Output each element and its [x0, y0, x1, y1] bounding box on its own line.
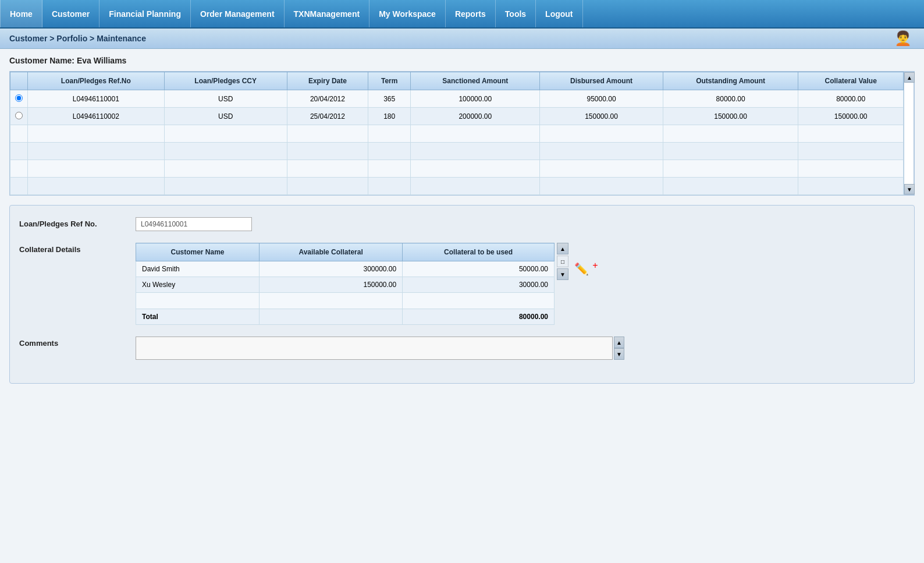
- col-expiry: Expiry Date: [287, 72, 368, 90]
- comments-scroll-down-btn[interactable]: ▼: [614, 348, 624, 360]
- coll-row2-to-use: 30000.00: [403, 277, 555, 293]
- avatar-icon: 🧑‍🦱: [894, 30, 912, 47]
- comments-scrollbar: ▲ ▼: [614, 337, 624, 360]
- collateral-scrollbar: ▲ □ ▼: [557, 243, 568, 280]
- row2-ccy: USD: [164, 108, 287, 125]
- col-collateral: Collateral Value: [798, 72, 904, 90]
- table-row: [10, 125, 904, 143]
- coll-row-empty: [136, 293, 555, 309]
- row2-outstanding: 150000.00: [663, 108, 798, 125]
- main-content: Customer Name: Eva Williams Loan/Pledges…: [0, 49, 924, 563]
- nav-txn-management[interactable]: TXNManagement: [285, 0, 370, 27]
- coll-col-name: Customer Name: [136, 243, 260, 261]
- col-ccy: Loan/Pledges CCY: [164, 72, 287, 90]
- nav-financial-planning[interactable]: Financial Planning: [99, 0, 191, 27]
- nav-order-management[interactable]: Order Management: [191, 0, 285, 27]
- comments-scroll-up-btn[interactable]: ▲: [614, 337, 624, 348]
- coll-scroll-mid-btn[interactable]: □: [557, 256, 568, 267]
- row1-outstanding: 80000.00: [663, 90, 798, 108]
- row1-radio[interactable]: [15, 94, 23, 102]
- col-disbursed: Disbursed Amount: [540, 72, 663, 90]
- collateral-wrapper: Customer Name Available Collateral Colla…: [136, 243, 905, 325]
- coll-col-to-use: Collateral to be used: [403, 243, 555, 261]
- loan-table-section: Loan/Pledges Ref.No Loan/Pledges CCY Exp…: [9, 71, 915, 196]
- nav-my-workspace[interactable]: My Workspace: [369, 0, 446, 27]
- loan-table: Loan/Pledges Ref.No Loan/Pledges CCY Exp…: [10, 72, 904, 195]
- coll-row1-to-use: 50000.00: [403, 261, 555, 277]
- collateral-row: Collateral Details Customer Name Availab…: [19, 243, 905, 325]
- edit-button[interactable]: ✏️ +: [574, 260, 598, 277]
- coll-scroll-down-btn[interactable]: ▼: [557, 268, 568, 280]
- row1-sanctioned: 100000.00: [411, 90, 540, 108]
- loan-ref-input[interactable]: [136, 217, 252, 231]
- col-outstanding: Outstanding Amount: [663, 72, 798, 90]
- row1-ccy: USD: [164, 90, 287, 108]
- row2-collateral: 150000.00: [798, 108, 904, 125]
- coll-row2-name: Xu Wesley: [136, 277, 260, 293]
- row2-ref: L04946110002: [28, 108, 165, 125]
- row2-disbursed: 150000.00: [540, 108, 663, 125]
- table-row: [10, 178, 904, 195]
- table-row: L04946110002 USD 25/04/2012 180 200000.0…: [10, 108, 904, 125]
- nav-home[interactable]: Home: [0, 0, 42, 27]
- table-scroll-down-btn[interactable]: ▼: [904, 184, 915, 194]
- collateral-field: Customer Name Available Collateral Colla…: [136, 243, 905, 325]
- row1-expiry: 20/04/2012: [287, 90, 368, 108]
- comments-field: ▲ ▼: [136, 337, 905, 360]
- row2-sanctioned: 200000.00: [411, 108, 540, 125]
- coll-row2: Xu Wesley 150000.00 30000.00: [136, 277, 555, 293]
- row1-term: 365: [368, 90, 411, 108]
- row2-radio[interactable]: [15, 112, 23, 119]
- coll-total-value: 80000.00: [403, 309, 555, 325]
- customer-name: Customer Name: Eva Williams: [9, 56, 915, 65]
- row1-disbursed: 95000.00: [540, 90, 663, 108]
- row2-term: 180: [368, 108, 411, 125]
- table-row: L04946110001 USD 20/04/2012 365 100000.0…: [10, 90, 904, 108]
- coll-total-row: Total 80000.00: [136, 309, 555, 325]
- nav-logout[interactable]: Logout: [536, 0, 582, 27]
- nav-reports[interactable]: Reports: [446, 0, 496, 27]
- row1-ref: L04946110001: [28, 90, 165, 108]
- top-navigation: Home Customer Financial Planning Order M…: [0, 0, 924, 29]
- bottom-section: Loan/Pledges Ref No. Collateral Details …: [9, 205, 915, 384]
- table-row: [10, 143, 904, 160]
- row1-collateral: 80000.00: [798, 90, 904, 108]
- coll-row2-available: 150000.00: [260, 277, 403, 293]
- loan-ref-row: Loan/Pledges Ref No.: [19, 217, 905, 231]
- row2-expiry: 25/04/2012: [287, 108, 368, 125]
- col-select: [10, 72, 28, 90]
- breadcrumb-bar: Customer > Porfolio > Maintenance 🧑‍🦱: [0, 29, 924, 49]
- loan-ref-field: [136, 217, 905, 231]
- nav-customer[interactable]: Customer: [42, 0, 99, 27]
- coll-row1: David Smith 300000.00 50000.00: [136, 261, 555, 277]
- coll-row1-available: 300000.00: [260, 261, 403, 277]
- avatar: 🧑‍🦱: [891, 27, 915, 50]
- comments-label: Comments: [19, 337, 136, 348]
- table-scroll-up-btn[interactable]: ▲: [904, 72, 915, 83]
- col-ref-no: Loan/Pledges Ref.No: [28, 72, 165, 90]
- coll-total-label: Total: [136, 309, 260, 325]
- comments-row: Comments ▲ ▼: [19, 337, 905, 360]
- collateral-label: Collateral Details: [19, 243, 136, 254]
- table-row: [10, 160, 904, 178]
- comments-wrapper: ▲ ▼: [136, 337, 905, 360]
- nav-tools[interactable]: Tools: [496, 0, 536, 27]
- table-scrollbar: ▲ ▼: [904, 72, 914, 195]
- coll-scroll-up-btn[interactable]: ▲: [557, 243, 568, 254]
- breadcrumb: Customer > Porfolio > Maintenance: [9, 34, 146, 43]
- col-term: Term: [368, 72, 411, 90]
- coll-col-available: Available Collateral: [260, 243, 403, 261]
- coll-row1-name: David Smith: [136, 261, 260, 277]
- loan-ref-label: Loan/Pledges Ref No.: [19, 217, 136, 228]
- collateral-table: Customer Name Available Collateral Colla…: [136, 243, 555, 325]
- col-sanctioned: Sanctioned Amount: [411, 72, 540, 90]
- comments-textarea[interactable]: [136, 337, 613, 360]
